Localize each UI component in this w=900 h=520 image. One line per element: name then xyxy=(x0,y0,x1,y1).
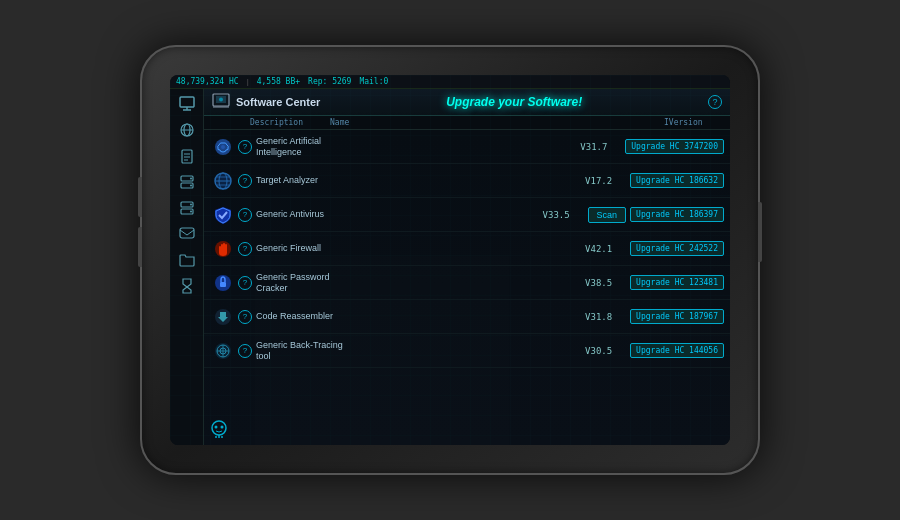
sidebar-item-folder[interactable] xyxy=(174,249,200,271)
upgrade-button[interactable]: Upgrade HC 123481 xyxy=(630,275,724,290)
row-icon-area xyxy=(210,341,236,361)
upgrade-button[interactable]: Upgrade HC 186632 xyxy=(630,173,724,188)
info-button[interactable]: ? xyxy=(238,276,252,290)
row-actions: Upgrade HC 242522 xyxy=(630,241,724,256)
software-version: V31.8 xyxy=(585,312,630,322)
table-row[interactable]: ? Generic Back-Tracingtool V30.5 Upgrade… xyxy=(204,334,730,368)
svg-point-13 xyxy=(190,185,192,187)
software-center-icon xyxy=(212,93,230,111)
row-actions: Upgrade HC 123481 xyxy=(630,275,724,290)
phone-device: 48,739,324 HC | 4,558 BB+ Rep: 5269 Mail… xyxy=(140,45,760,475)
table-row[interactable]: ? Generic PasswordCracker V38.5 Upgrade … xyxy=(204,266,730,300)
row-actions: Upgrade HC 186632 xyxy=(630,173,724,188)
rep-display: Rep: 5269 xyxy=(308,77,351,86)
info-button[interactable]: ? xyxy=(238,310,252,324)
row-icon-area xyxy=(210,239,236,259)
svg-point-42 xyxy=(221,426,224,429)
table-row[interactable]: ? Target Analyzer V17.2 Upgrade HC 18663… xyxy=(204,164,730,198)
row-icon-area xyxy=(210,137,236,157)
sidebar-item-globe[interactable] xyxy=(174,119,200,141)
sidebar-item-message[interactable] xyxy=(174,223,200,245)
sidebar-item-server2[interactable] xyxy=(174,197,200,219)
bottom-decoration xyxy=(208,419,230,441)
col-description: Description xyxy=(250,118,330,127)
row-icon-area xyxy=(210,307,236,327)
info-button[interactable]: ? xyxy=(238,242,252,256)
phone-screen: 48,739,324 HC | 4,558 BB+ Rep: 5269 Mail… xyxy=(170,75,730,445)
row-actions: Upgrade HC 187967 xyxy=(630,309,724,324)
info-button[interactable]: ? xyxy=(238,344,252,358)
column-headers: Description Name IVersion xyxy=(204,116,730,130)
upgrade-button[interactable]: Upgrade HC 3747200 xyxy=(625,139,724,154)
svg-rect-18 xyxy=(180,228,194,238)
mail-display: Mail:0 xyxy=(359,77,388,86)
scan-button[interactable]: Scan xyxy=(588,207,627,223)
software-version: V30.5 xyxy=(585,346,630,356)
row-icon-area xyxy=(210,273,236,293)
bb-display: 4,558 BB+ xyxy=(257,77,300,86)
upgrade-button[interactable]: Upgrade HC 144056 xyxy=(630,343,724,358)
panel-title: Software Center xyxy=(236,96,320,108)
header-left: Software Center xyxy=(212,93,320,111)
info-button[interactable]: ? xyxy=(238,208,252,222)
main-content: Software Center Upgrade your Software! ?… xyxy=(170,89,730,445)
row-actions: Upgrade HC 144056 xyxy=(630,343,724,358)
table-row[interactable]: ? Generic ArtificialIntelligence V31.7 U… xyxy=(204,130,730,164)
panel-header: Software Center Upgrade your Software! ? xyxy=(204,89,730,116)
software-name: Generic ArtificialIntelligence xyxy=(252,136,580,158)
software-list: ? Generic ArtificialIntelligence V31.7 U… xyxy=(204,130,730,445)
upgrade-button[interactable]: Upgrade HC 242522 xyxy=(630,241,724,256)
svg-point-24 xyxy=(221,145,225,149)
sidebar-item-monitor[interactable] xyxy=(174,93,200,115)
status-bar: 48,739,324 HC | 4,558 BB+ Rep: 5269 Mail… xyxy=(170,75,730,89)
col-name: Name xyxy=(330,118,664,127)
software-version: V38.5 xyxy=(585,278,630,288)
software-version: V31.7 xyxy=(580,142,625,152)
row-actions: Upgrade HC 3747200 xyxy=(625,139,724,154)
svg-rect-33 xyxy=(220,282,226,287)
software-version: V17.2 xyxy=(585,176,630,186)
svg-rect-0 xyxy=(180,97,194,107)
software-name: Target Analyzer xyxy=(252,175,585,186)
volume-up-button[interactable] xyxy=(138,177,142,217)
info-button[interactable]: ? xyxy=(238,174,252,188)
sidebar-item-hourglass[interactable] xyxy=(174,275,200,297)
left-sidebar xyxy=(170,89,204,445)
upgrade-button[interactable]: Upgrade HC 186397 xyxy=(630,207,724,222)
svg-point-22 xyxy=(219,98,223,102)
svg-point-12 xyxy=(190,178,192,180)
power-button[interactable] xyxy=(758,202,762,262)
row-icon-area xyxy=(210,171,236,191)
upgrade-button[interactable]: Upgrade HC 187967 xyxy=(630,309,724,324)
col-version: IVersion xyxy=(664,118,724,127)
software-version: V42.1 xyxy=(585,244,630,254)
volume-down-button[interactable] xyxy=(138,227,142,267)
skull-icon xyxy=(208,419,230,441)
software-version: V33.5 xyxy=(543,210,588,220)
sidebar-item-clipboard[interactable] xyxy=(174,145,200,167)
svg-point-17 xyxy=(190,211,192,213)
row-actions: Scan Upgrade HC 186397 xyxy=(588,207,724,223)
content-panel: Software Center Upgrade your Software! ?… xyxy=(204,89,730,445)
sidebar-item-server[interactable] xyxy=(174,171,200,193)
svg-point-41 xyxy=(215,426,218,429)
hc-display: 48,739,324 HC xyxy=(176,77,239,86)
table-row[interactable]: ? Generic Firewall V42.1 Upgrade HC 2425… xyxy=(204,232,730,266)
help-button[interactable]: ? xyxy=(708,95,722,109)
header-tagline: Upgrade your Software! xyxy=(446,95,582,109)
svg-point-40 xyxy=(212,421,226,435)
info-button[interactable]: ? xyxy=(238,140,252,154)
table-row[interactable]: ? Generic Antivirus V33.5 Scan Upgrade H… xyxy=(204,198,730,232)
software-name: Generic Antivirus xyxy=(252,209,543,220)
table-row[interactable]: ? Code Reassembler V31.8 Upgrade HC 1879… xyxy=(204,300,730,334)
software-name: Generic Back-Tracingtool xyxy=(252,340,585,362)
svg-point-16 xyxy=(190,204,192,206)
software-name: Code Reassembler xyxy=(252,311,585,322)
software-name: Generic Firewall xyxy=(252,243,585,254)
row-icon-area xyxy=(210,205,236,225)
software-name: Generic PasswordCracker xyxy=(252,272,585,294)
